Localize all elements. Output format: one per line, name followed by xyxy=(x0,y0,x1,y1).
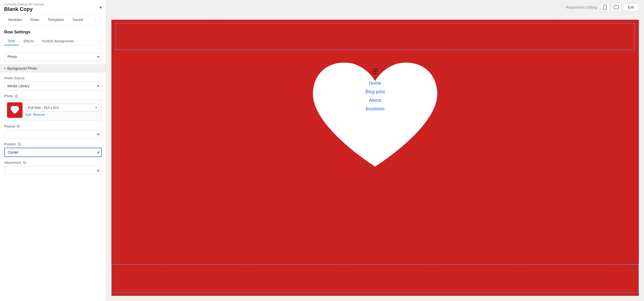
nav-about-link[interactable]: About xyxy=(369,98,381,103)
nav-home-link[interactable]: Home xyxy=(369,81,381,86)
panel-content: Photo Color Gradient Video ▾ ▾ Backgroun… xyxy=(0,46,106,301)
page-title: Blank Copy xyxy=(4,6,44,12)
bottom-dashed-area xyxy=(111,264,639,296)
top-dashed-region[interactable] xyxy=(116,23,635,50)
photo-source-select[interactable]: Media Library URL xyxy=(4,82,102,90)
svg-point-3 xyxy=(618,7,618,8)
repeat-select[interactable]: no-repeat repeat repeat-x repeat-y xyxy=(4,130,102,139)
mobile-device-button[interactable] xyxy=(600,3,610,11)
row-settings-title: Row Settings xyxy=(0,26,106,37)
photo-source-label: Photo Source xyxy=(4,76,102,80)
main-tabs: Modules Rows Templates Saved ⋮⋮ xyxy=(0,14,106,26)
photo-field: Photo i Full Size - 512 x 512 Large xyxy=(4,94,102,121)
header-chevron-icon[interactable]: ▾ xyxy=(99,5,102,10)
responsive-editing-label: Responsive Editing xyxy=(566,5,597,9)
background-photo-label: Background Photo xyxy=(7,66,37,70)
header-bar: Currently Editing DF Funnels Blank Copy … xyxy=(0,0,106,14)
photo-meta: Full Size - 512 x 512 Large Medium Thumb… xyxy=(26,104,99,117)
position-info-icon: i xyxy=(18,142,21,146)
photo-preview-row: Full Size - 512 x 512 Large Medium Thumb… xyxy=(4,99,102,121)
nav-blog-post-link[interactable]: Blog post xyxy=(365,89,385,95)
canvas-frame: ☰ Home Blog post About Business xyxy=(111,20,639,296)
canvas-area: Responsive Editing Exit xyxy=(106,0,644,301)
position-select[interactable]: Center Top Left Top Center Top Right Cen… xyxy=(4,148,102,157)
repeat-label: Repeat i xyxy=(4,124,102,128)
background-type-field: Photo Color Gradient Video ▾ xyxy=(4,52,102,61)
currently-editing-label: Currently Editing DF Funnels xyxy=(4,3,44,6)
photo-field-label: Photo i xyxy=(4,94,102,98)
attachment-label: Attachment i xyxy=(4,161,102,164)
tab-saved[interactable]: Saved xyxy=(68,14,87,26)
photo-thumbnail[interactable] xyxy=(7,102,23,118)
heart-content: ☰ Home Blog post About Business xyxy=(303,60,448,182)
attachment-field: Attachment i Scroll Fixed ▾ xyxy=(4,161,102,175)
tablet-icon xyxy=(614,5,619,10)
tab-particle-backgrounds[interactable]: Particle Backgrounds xyxy=(38,37,77,45)
photo-info-icon: i xyxy=(15,94,18,98)
photo-size-select-wrapper: Full Size - 512 x 512 Large Medium Thumb… xyxy=(26,104,99,111)
repeat-select-wrapper: no-repeat repeat repeat-x repeat-y ▾ xyxy=(4,130,102,139)
photo-source-field: Photo Source Media Library URL ▾ xyxy=(4,76,102,90)
tab-effects[interactable]: Effects xyxy=(20,37,38,45)
mobile-icon xyxy=(603,5,607,10)
photo-remove-link[interactable]: Remove xyxy=(33,113,45,117)
tab-style[interactable]: Style xyxy=(4,37,19,45)
attachment-select[interactable]: Scroll Fixed xyxy=(4,166,102,175)
nav-business-link[interactable]: Business xyxy=(366,106,384,112)
canvas-content: ☰ Home Blog post About Business xyxy=(303,50,448,264)
canvas-scroll[interactable]: ☰ Home Blog post About Business xyxy=(106,15,644,301)
position-select-wrapper: Center Top Left Top Center Top Right Cen… xyxy=(4,148,102,157)
repeat-field: Repeat i no-repeat repeat repeat-x repea… xyxy=(4,124,102,139)
tablet-device-button[interactable] xyxy=(612,3,621,11)
background-type-select-wrapper: Photo Color Gradient Video ▾ xyxy=(4,52,102,61)
tab-rows[interactable]: Rows xyxy=(26,14,44,26)
hamburger-menu-icon[interactable]: ☰ xyxy=(372,68,378,75)
drag-handle-icon[interactable]: ⋮⋮ xyxy=(92,17,102,23)
background-type-select[interactable]: Photo Color Gradient Video xyxy=(4,52,102,61)
attachment-info-icon: i xyxy=(23,161,26,164)
top-dashed-area xyxy=(111,20,639,50)
background-photo-section-header[interactable]: ▾ Background Photo xyxy=(0,64,106,73)
svg-point-1 xyxy=(605,9,605,9)
photo-source-select-wrapper: Media Library URL ▾ xyxy=(4,82,102,90)
photo-size-select[interactable]: Full Size - 512 x 512 Large Medium Thumb… xyxy=(26,104,99,111)
more-options-icon[interactable]: ··· xyxy=(96,37,102,45)
left-panel: Currently Editing DF Funnels Blank Copy … xyxy=(0,0,106,301)
bottom-dashed-region[interactable] xyxy=(111,264,639,293)
heart-wrapper: ☰ Home Blog post About Business xyxy=(303,47,448,182)
attachment-select-wrapper: Scroll Fixed ▾ xyxy=(4,166,102,175)
heart-thumb-icon xyxy=(10,105,19,115)
repeat-info-icon: i xyxy=(17,125,20,128)
exit-button[interactable]: Exit xyxy=(623,3,639,11)
position-field: Position i Center Top Left Top Center To… xyxy=(4,142,102,157)
position-label: Position i xyxy=(4,142,102,146)
top-bar: Responsive Editing Exit xyxy=(106,0,644,15)
photo-actions: Edit Remove xyxy=(26,113,99,117)
tab-modules[interactable]: Modules xyxy=(4,14,26,26)
photo-edit-link[interactable]: Edit xyxy=(26,113,31,117)
sub-tabs: Style Effects Particle Backgrounds ··· xyxy=(0,37,106,46)
section-collapse-icon: ▾ xyxy=(4,67,6,70)
tab-templates[interactable]: Templates xyxy=(44,14,68,26)
